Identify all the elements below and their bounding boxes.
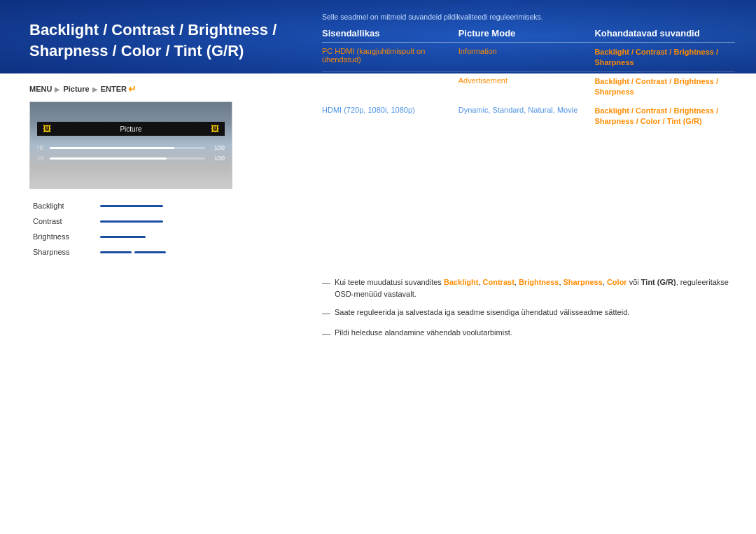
settings-label-brightness: Brightness xyxy=(33,232,96,241)
note-text-3: Pildi heleduse alandamine vähendab voolu… xyxy=(335,327,735,339)
slider-value-2: 100 xyxy=(208,155,225,162)
note-bold-brightness: Brightness xyxy=(519,278,559,286)
menu-label: MENU xyxy=(29,85,52,93)
menu-arrow-2: ▶ xyxy=(92,85,98,93)
settings-row-sharpness: Sharpness xyxy=(33,248,295,256)
left-panel: MENU ▶ Picture ▶ ENTER↵ 🖼 Picture 🖼 •B xyxy=(29,73,295,263)
slider-fill-2 xyxy=(50,157,167,160)
note-text-1: Kui teete muudatusi suvandites Backlight… xyxy=(335,276,735,300)
cell-input-1: PC HDMI (kaugjuhtimispult on ühendatud) xyxy=(322,43,458,72)
settings-bar-sharpness-2 xyxy=(134,251,166,253)
note-bold-contrast: Contrast xyxy=(483,278,514,286)
settings-row-backlight: Backlight xyxy=(33,202,295,210)
col-header-input: Sisendallikas xyxy=(322,28,458,43)
col-header-mode: Picture Mode xyxy=(458,28,595,43)
note-item-3: ― Pildi heleduse alandamine vähendab voo… xyxy=(322,327,735,340)
slider-track-1 xyxy=(50,147,205,149)
screenshot-menu-label: Picture xyxy=(120,125,141,133)
slider-track-2 xyxy=(50,157,205,160)
settings-bar-contrast xyxy=(100,220,163,223)
note-dash-2: ― xyxy=(322,307,330,320)
settings-row-brightness: Brightness xyxy=(33,232,295,241)
slider-row-1: •B 100 xyxy=(37,144,225,151)
screenshot-box: 🖼 Picture 🖼 •B 100 16 100 xyxy=(29,101,232,189)
cell-input-3: HDMI (720p, 1080i, 1080p) xyxy=(322,101,458,130)
menu-arrow-1: ▶ xyxy=(55,85,60,93)
screenshot-icon-right: 🖼 xyxy=(211,124,219,134)
cell-mode-3: Dynamic, Standard, Natural, Movie xyxy=(458,101,595,130)
settings-row-contrast: Contrast xyxy=(33,217,295,225)
note-bold-backlight: Backlight xyxy=(444,278,479,286)
col-header-custom: Kohandatavad suvandid xyxy=(594,28,735,43)
note-item-2: ― Saate reguleerida ja salvestada iga se… xyxy=(322,307,735,320)
settings-bar-backlight xyxy=(100,205,163,207)
note-bold-sharpness: Sharpness xyxy=(564,278,603,286)
settings-list: Backlight Contrast Brightness Sharpness xyxy=(29,202,295,256)
table-row: HDMI (720p, 1080i, 1080p) Dynamic, Stand… xyxy=(322,101,735,130)
screenshot-sliders: •B 100 16 100 xyxy=(37,144,225,165)
notes-section: ― Kui teete muudatusi suvandites Backlig… xyxy=(322,276,735,347)
enter-icon: ↵ xyxy=(128,83,136,94)
slider-icon-1: •B xyxy=(37,144,47,151)
note-dash-3: ― xyxy=(322,328,330,340)
settings-label-contrast: Contrast xyxy=(33,217,96,225)
slider-row-2: 16 100 xyxy=(37,155,225,162)
settings-label-backlight: Backlight xyxy=(33,202,96,210)
settings-label-sharpness: Sharpness xyxy=(33,248,96,256)
header-subtitle: Selle seadmel on mitmeid suvandeid pildi… xyxy=(322,13,735,21)
note-item-1: ― Kui teete muudatusi suvandites Backlig… xyxy=(322,276,735,300)
content-area: MENU ▶ Picture ▶ ENTER↵ 🖼 Picture 🖼 •B xyxy=(0,73,756,534)
note-dash-1: ― xyxy=(322,277,330,290)
settings-bar-brightness xyxy=(100,236,146,238)
cell-custom-1: Backlight / Contrast / Brightness /Sharp… xyxy=(594,43,735,72)
header-table: Sisendallikas Picture Mode Kohandatavad … xyxy=(322,28,735,130)
cell-custom-3: Backlight / Contrast / Brightness /Sharp… xyxy=(594,101,735,130)
slider-icon-2: 16 xyxy=(37,155,47,162)
cell-mode-1: Information xyxy=(458,43,595,72)
note-bold-tint: Tint (G/R) xyxy=(641,278,676,286)
note-bold-color: Color xyxy=(607,278,627,286)
menu-enter: ENTER↵ xyxy=(101,83,136,94)
cell-custom-2: Backlight / Contrast / Brightness /Sharp… xyxy=(594,71,735,101)
screenshot-menu-row: 🖼 Picture 🖼 xyxy=(37,122,225,136)
page-title: Backlight / Contrast / Brightness / Shar… xyxy=(29,20,276,61)
note-text-2: Saate reguleerida ja salvestada iga sead… xyxy=(335,307,735,318)
cell-mode-2: Advertisement xyxy=(458,71,595,101)
table-row: PC HDMI (kaugjuhtimispult on ühendatud) … xyxy=(322,43,735,72)
cell-input-2 xyxy=(322,71,458,101)
settings-bar-sharpness-1 xyxy=(100,251,132,253)
slider-fill-1 xyxy=(50,147,174,149)
settings-bar-sharpness-pair xyxy=(100,251,166,253)
header-right: Selle seadmel on mitmeid suvandeid pildi… xyxy=(322,13,735,130)
menu-picture: Picture xyxy=(63,85,89,93)
table-row: Advertisement Backlight / Contrast / Bri… xyxy=(322,71,735,101)
slider-value-1: 100 xyxy=(208,144,225,151)
menu-bar: MENU ▶ Picture ▶ ENTER↵ xyxy=(29,83,295,94)
screenshot-icon-left: 🖼 xyxy=(43,124,51,134)
title-area: Backlight / Contrast / Brightness / Shar… xyxy=(29,20,276,61)
